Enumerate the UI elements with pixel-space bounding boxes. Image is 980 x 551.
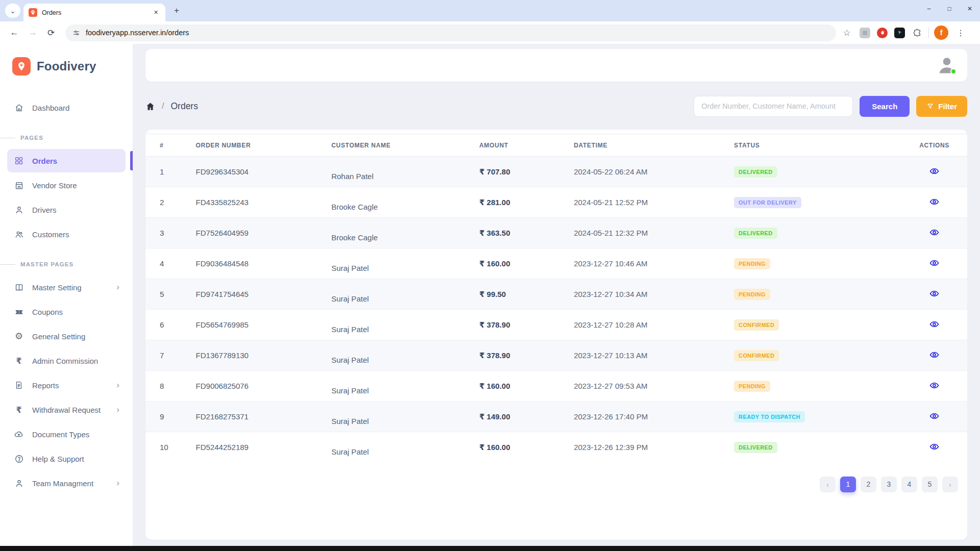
sidebar-item-drivers[interactable]: Drivers xyxy=(7,198,126,221)
order-datetime: 2024-05-22 06:24 AM xyxy=(569,157,729,187)
window-minimize-button[interactable]: – xyxy=(919,0,939,17)
view-order-eye-icon[interactable] xyxy=(929,167,939,175)
view-order-eye-icon[interactable] xyxy=(929,320,939,328)
browser-menu-kebab-icon[interactable]: ⋮ xyxy=(953,26,968,40)
customer-name: Suraj Patel xyxy=(326,310,474,340)
sidebar-item-coupons[interactable]: Coupons xyxy=(7,300,126,323)
book-icon xyxy=(13,283,24,292)
rupee-icon: ₹ xyxy=(13,356,24,366)
browser-tab[interactable]: Orders ✕ xyxy=(23,4,165,21)
view-order-eye-icon[interactable] xyxy=(929,382,939,389)
sidebar-item-general-setting[interactable]: ⚙ General Setting xyxy=(7,324,126,348)
order-datetime: 2023-12-26 17:40 PM xyxy=(569,402,729,432)
sidebar-item-admin-commission[interactable]: ₹ Admin Commission xyxy=(7,349,126,372)
adblock-hand-icon[interactable] xyxy=(877,28,888,38)
row-number: 2 xyxy=(145,187,191,218)
site-info-icon[interactable] xyxy=(72,29,80,37)
view-order-eye-icon[interactable] xyxy=(929,351,939,359)
order-amount: ₹ 160.00 xyxy=(474,248,569,279)
row-number: 7 xyxy=(145,340,191,371)
status-badge: PENDING xyxy=(734,258,770,269)
pagination-page-5[interactable]: 5 xyxy=(922,477,938,492)
report-document-icon xyxy=(13,381,24,390)
view-order-eye-icon[interactable] xyxy=(929,290,939,297)
sidebar-item-label: Customers xyxy=(32,230,69,239)
extension-icon[interactable] xyxy=(860,28,870,38)
order-actions xyxy=(901,218,967,248)
sidebar-item-vendor-store[interactable]: Vendor Store xyxy=(7,173,126,197)
toolbar-divider xyxy=(928,28,929,38)
sidebar-item-reports[interactable]: Reports › xyxy=(7,373,126,397)
view-order-eye-icon[interactable] xyxy=(929,259,939,267)
bookmark-star-icon[interactable]: ☆ xyxy=(839,25,854,40)
column-header-order-number: ORDER NUMBER xyxy=(191,134,327,157)
pagination-page-1[interactable]: 1 xyxy=(840,477,856,492)
tab-search-chevron-icon[interactable]: ⌄ xyxy=(5,4,20,18)
order-status: PENDING xyxy=(729,279,901,310)
reload-icon[interactable]: ⟳ xyxy=(43,24,59,41)
window-close-button[interactable]: ✕ xyxy=(960,0,980,17)
view-order-eye-icon[interactable] xyxy=(929,229,939,236)
sidebar-item-label: Reports xyxy=(32,381,59,390)
foodivery-favicon-pin-icon xyxy=(29,8,37,17)
sidebar-item-team-managment[interactable]: Team Managment › xyxy=(7,471,126,495)
sidebar-item-dashboard[interactable]: Dashboard xyxy=(7,96,126,119)
status-badge: CONFIRMED xyxy=(734,350,779,361)
window-controls: – □ ✕ xyxy=(919,0,980,17)
order-status: PENDING xyxy=(729,248,901,279)
main-content: / Orders Search Filter # ORDER NUMBER CU… xyxy=(133,44,980,546)
pagination-page-2[interactable]: 2 xyxy=(861,477,876,492)
ticket-icon xyxy=(13,307,24,317)
order-amount: ₹ 378.90 xyxy=(474,340,569,371)
chevron-right-icon: › xyxy=(116,282,119,292)
capture-tool-icon[interactable] xyxy=(894,28,905,38)
sidebar-item-withdrawal-request[interactable]: ₹ Withdrawal Request › xyxy=(7,398,126,421)
pagination-page-4[interactable]: 4 xyxy=(901,477,917,492)
forward-icon[interactable]: → xyxy=(24,24,41,41)
filter-button[interactable]: Filter xyxy=(916,96,967,117)
brand: Foodivery xyxy=(0,57,133,76)
chevron-right-icon: › xyxy=(116,478,119,488)
extensions-area xyxy=(860,28,922,38)
url-bar[interactable]: foodiveryapp.nsserver.in/orders xyxy=(65,24,836,41)
view-order-eye-icon[interactable] xyxy=(929,412,939,420)
sidebar-item-orders[interactable]: Orders xyxy=(7,149,126,172)
order-actions xyxy=(901,248,967,279)
sidebar-item-label: Help & Support xyxy=(32,455,84,463)
sidebar-item-help-support[interactable]: Help & Support xyxy=(7,447,126,470)
order-actions xyxy=(901,279,967,310)
sidebar-item-customers[interactable]: Customers xyxy=(7,222,126,246)
status-badge: CONFIRMED xyxy=(734,319,779,331)
pagination: ‹ 1 2 3 4 5 › xyxy=(145,477,958,492)
online-status-dot xyxy=(950,68,957,74)
pagination-prev-icon[interactable]: ‹ xyxy=(820,477,836,492)
pagination-next-icon[interactable]: › xyxy=(942,477,958,492)
order-status: PENDING xyxy=(729,371,901,402)
column-header-status: STATUS xyxy=(729,134,901,157)
search-input[interactable] xyxy=(694,96,853,117)
sidebar-item-document-types[interactable]: Document Types xyxy=(7,422,126,446)
pagination-page-3[interactable]: 3 xyxy=(881,477,897,492)
window-maximize-button[interactable]: □ xyxy=(939,0,960,17)
back-icon[interactable]: ← xyxy=(6,24,22,41)
search-button[interactable]: Search xyxy=(860,96,910,117)
user-avatar[interactable] xyxy=(936,54,958,77)
sidebar-item-master-setting[interactable]: Master Setting › xyxy=(7,276,126,299)
gear-icon: ⚙ xyxy=(13,331,24,342)
tab-close-icon[interactable]: ✕ xyxy=(152,8,160,17)
order-status: READY TO DISPATCH xyxy=(729,402,901,432)
new-tab-button[interactable]: + xyxy=(169,4,184,18)
orders-grid-icon xyxy=(13,156,24,165)
order-datetime: 2023-12-27 10:13 AM xyxy=(569,340,729,371)
people-icon xyxy=(13,230,24,239)
order-amount: ₹ 281.00 xyxy=(474,187,569,218)
sidebar-item-label: Document Types xyxy=(32,430,89,439)
breadcrumb-home-icon[interactable] xyxy=(145,102,155,111)
browser-profile-avatar[interactable]: f xyxy=(934,26,948,40)
status-badge: DELIVERED xyxy=(734,442,777,453)
extensions-puzzle-icon[interactable] xyxy=(912,28,922,38)
funnel-icon xyxy=(926,103,934,110)
row-number: 10 xyxy=(145,432,191,463)
view-order-eye-icon[interactable] xyxy=(929,443,939,450)
view-order-eye-icon[interactable] xyxy=(929,198,939,206)
